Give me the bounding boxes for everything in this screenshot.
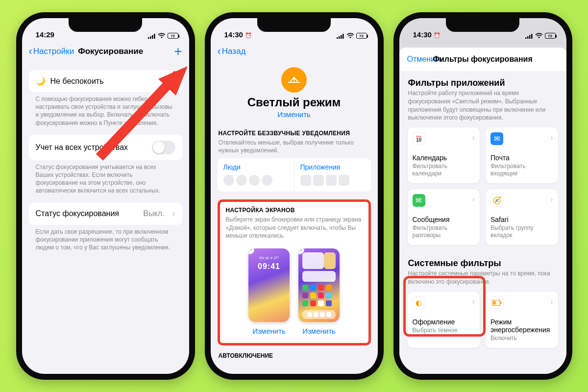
filters-sheet: Отменить Фильтры фокусирования Фильтры п…	[399, 48, 566, 374]
edit-lock-button[interactable]: Изменить	[248, 327, 290, 335]
status-time: 14:30⏰	[224, 30, 252, 39]
screen-3: 14:30⏰ 72 Отменить Фильтры фокусирования…	[399, 18, 566, 374]
auto-enable-header: АВТОВКЛЮЧЕНИЕ	[218, 352, 371, 359]
focus-hero: Светлый режим Изменить	[218, 62, 371, 126]
dnd-label: Не беспокоить	[50, 77, 104, 86]
people-button[interactable]: Люди	[218, 158, 294, 192]
filter-calendar-tile[interactable]: ●●●10 › Календарь Фильтровать календари	[407, 127, 481, 184]
status-time: 14:30⏰	[413, 30, 441, 39]
edit-home-button[interactable]: Изменить	[298, 327, 340, 335]
edit-focus-button[interactable]: Изменить	[277, 110, 311, 119]
back-button[interactable]: ‹ Назад	[218, 45, 246, 58]
tile-label: Почта	[490, 154, 553, 162]
svg-rect-3	[154, 34, 155, 39]
svg-rect-13	[531, 34, 533, 39]
back-button[interactable]: ‹ Настройки	[29, 45, 74, 58]
tile-sub: Фильтровать календари	[413, 163, 475, 177]
screens-section-highlight: НАСТРОЙКА ЭКРАНОВ Выберите экран блокиро…	[218, 199, 371, 345]
filter-appearance-tile[interactable]: ◐ › Оформление Выбрать темное	[407, 291, 481, 348]
system-filters-desc: Настройте системные параметры на то врем…	[407, 270, 559, 291]
nav-bar: ‹ Назад	[211, 41, 378, 62]
svg-rect-10	[525, 37, 527, 39]
alarm-icon: ⏰	[245, 32, 252, 38]
do-not-disturb-row[interactable]: 🌙 Не беспокоить ›	[29, 70, 182, 92]
filter-safari-tile[interactable]: 🧭 › Safari Выбрать группу вкладок	[485, 189, 559, 245]
sheet-content[interactable]: Фильтры приложений Настройте работу прил…	[399, 71, 566, 374]
system-filters-title: Системные фильтры	[407, 256, 559, 270]
messages-icon: ✉	[413, 194, 425, 207]
svg-rect-1	[150, 36, 151, 39]
notch	[257, 18, 331, 32]
signal-icon	[337, 33, 344, 39]
calendar-icon: ●●●10	[413, 132, 425, 145]
share-toggle[interactable]	[152, 141, 175, 154]
nav-bar: ‹ Настройки Фокусирование +	[22, 41, 189, 62]
chevron-right-icon: ›	[550, 195, 553, 204]
svg-rect-15	[493, 301, 496, 304]
battery-icon: 72	[168, 33, 178, 39]
mail-icon: ✉	[490, 132, 503, 145]
wifi-icon	[346, 33, 354, 39]
allowed-split: Люди Приложения	[218, 158, 371, 192]
focus-status-footer: Если дать свое разрешение, то при включе…	[29, 225, 182, 252]
svg-rect-0	[148, 37, 149, 39]
svg-rect-2	[152, 35, 153, 39]
svg-rect-11	[527, 36, 529, 39]
silent-notif-sub: Отвлекайтесь меньше, выбрав получение то…	[218, 137, 371, 158]
back-label: Настройки	[33, 47, 74, 56]
sheet-header: Отменить Фильтры фокусирования	[399, 48, 566, 71]
svg-rect-7	[339, 36, 340, 39]
battery-low-icon	[490, 296, 503, 309]
share-footer: Статус фокусирования учитывается на всех…	[29, 160, 182, 195]
screens-header: НАСТРОЙКА ЭКРАНОВ	[225, 207, 364, 214]
apps-button[interactable]: Приложения	[294, 158, 371, 192]
home-screen-option[interactable]: − Изменить	[298, 248, 340, 335]
filter-messages-tile[interactable]: ✉ › Сообщения Фильтровать разговоры	[407, 189, 481, 245]
chevron-right-icon: ›	[472, 195, 475, 204]
focus-status-label: Статус фокусирования	[36, 209, 119, 218]
screen-1: 14:29 72 ‹ Настройки Фокусирование +	[22, 18, 189, 374]
svg-rect-8	[341, 35, 342, 39]
sheet-title: Фильтры фокусирования	[399, 55, 566, 64]
chevron-right-icon: ›	[550, 297, 553, 306]
filter-mail-tile[interactable]: ✉ › Почта Фильтровать входящие	[485, 127, 559, 184]
focus-status-value: Выкл.	[143, 209, 164, 218]
tile-label: Оформление	[413, 318, 475, 326]
tile-sub: Фильтровать разговоры	[413, 224, 475, 239]
share-across-devices-row[interactable]: Учет на всех устройствах	[29, 135, 182, 160]
status-time: 14:29	[36, 30, 54, 39]
tile-sub: Выбрать группу вкладок	[490, 224, 553, 239]
appearance-icon: ◐	[413, 296, 425, 309]
tile-label: Safari	[490, 216, 553, 223]
focus-status-row[interactable]: Статус фокусирования Выкл. ›	[29, 203, 182, 225]
filter-low-power-tile[interactable]: › Режим энергосбережения Включить	[485, 291, 559, 348]
focus-detail-content[interactable]: Светлый режим Изменить НАСТРОЙТЕ БЕЗЗВУЧ…	[211, 62, 378, 374]
svg-rect-16	[501, 301, 502, 304]
wifi-icon	[535, 33, 543, 39]
tile-sub: Включить	[490, 335, 553, 342]
chevron-right-icon: ›	[550, 133, 553, 142]
chevron-left-icon: ‹	[29, 45, 32, 58]
mini-lock-date: ПН 10 ☀ 27°	[248, 256, 290, 260]
app-filters-desc: Настройте работу приложений на время фок…	[407, 89, 559, 127]
svg-rect-12	[529, 35, 531, 39]
add-button[interactable]: +	[174, 44, 182, 59]
focus-name: Светлый режим	[218, 96, 371, 109]
focus-settings-content[interactable]: 🌙 Не беспокоить › С помощью фокусировани…	[22, 62, 189, 374]
notch	[69, 18, 142, 32]
lock-screen-option[interactable]: − ПН 10 ☀ 27° 09:41 Изменить	[248, 248, 290, 335]
chevron-right-icon: ›	[172, 209, 175, 219]
mini-lock-time: 09:41	[248, 262, 290, 271]
svg-rect-9	[343, 34, 344, 39]
tile-label: Календарь	[413, 154, 475, 162]
battery-icon: 72	[356, 33, 367, 39]
nav-title: Фокусирование	[78, 47, 143, 56]
phone-2: 14:30⏰ 72 ‹ Назад Светлый режим Изменить	[205, 12, 384, 380]
remove-icon[interactable]: −	[248, 248, 254, 254]
phone-3: 14:30⏰ 72 Отменить Фильтры фокусирования…	[393, 12, 572, 380]
chevron-right-icon: ›	[172, 76, 175, 86]
dnd-footer: С помощью фокусирования можно гибко наст…	[29, 92, 182, 127]
battery-icon: 72	[545, 33, 556, 39]
signal-icon	[525, 33, 533, 39]
back-label: Назад	[222, 47, 246, 56]
